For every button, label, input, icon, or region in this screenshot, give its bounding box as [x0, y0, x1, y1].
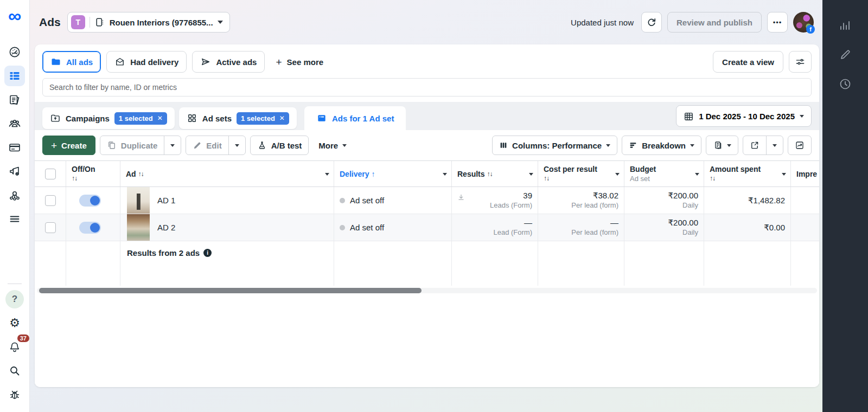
ad-thumbnail[interactable]: [127, 214, 150, 241]
column-header-results[interactable]: Results ↑↓: [452, 161, 538, 186]
tab-ad-sets[interactable]: Ad sets 1 selected ✕: [179, 107, 297, 129]
view-charts-button[interactable]: [788, 136, 812, 155]
download-icon[interactable]: [457, 194, 465, 201]
close-icon[interactable]: ✕: [157, 115, 163, 121]
row-toggle-cell: [66, 214, 120, 241]
sidebar-item-ads-reporting[interactable]: [4, 89, 25, 110]
chevron-down-icon: [235, 144, 239, 147]
adsets-selected-badge: 1 selected ✕: [237, 112, 289, 125]
ad-status-toggle[interactable]: [79, 195, 101, 207]
ad-thumbnail[interactable]: [127, 187, 150, 214]
column-header-ad[interactable]: Ad ↑↓: [120, 161, 334, 186]
row-checkbox[interactable]: [45, 195, 56, 206]
ad-status-toggle[interactable]: [79, 222, 101, 234]
scrollbar-thumb[interactable]: [39, 288, 422, 293]
chevron-down-icon[interactable]: [529, 173, 533, 176]
column-header-amount-spent[interactable]: Amount spent ↑↓: [704, 161, 791, 186]
search-nav-button[interactable]: [4, 360, 25, 381]
table-row: AD 1 Ad set off 39 Leads (Form): [35, 187, 819, 214]
close-icon[interactable]: ✕: [279, 115, 285, 121]
column-header-budget[interactable]: Budget Ad set: [624, 161, 704, 186]
column-header-impressions[interactable]: Impre: [791, 161, 819, 186]
date-range-selector[interactable]: 1 Dec 2025 - 10 Dec 2025: [676, 105, 812, 127]
select-all-checkbox[interactable]: [45, 169, 56, 179]
row-checkbox[interactable]: [45, 222, 56, 233]
column-header-cost-per-result[interactable]: Cost per result ↑↓: [538, 161, 624, 186]
rail-divider: [8, 284, 22, 284]
review-and-publish-button[interactable]: Review and publish: [667, 12, 762, 33]
horizontal-scrollbar[interactable]: [35, 286, 819, 295]
create-a-view-button[interactable]: Create a view: [713, 51, 783, 73]
column-header-off-on[interactable]: Off/On ↑↓: [66, 161, 120, 186]
refresh-button[interactable]: [641, 12, 662, 33]
chevron-down-icon[interactable]: [443, 173, 447, 176]
more-options-button[interactable]: •••: [767, 12, 788, 33]
more-actions-button[interactable]: More: [313, 141, 352, 150]
refresh-icon: [646, 17, 657, 28]
edit-dropdown-button[interactable]: [228, 136, 245, 154]
sidebar-item-campaigns[interactable]: [4, 66, 25, 86]
create-button[interactable]: + Create: [42, 136, 95, 155]
date-range-label: 1 Dec 2025 - 10 Dec 2025: [699, 112, 795, 121]
account-selector[interactable]: T Rouen Interiors (9776855...: [67, 12, 230, 33]
notifications-button[interactable]: 37: [4, 337, 25, 357]
history-panel-button[interactable]: [836, 75, 854, 93]
more-label: More: [318, 141, 338, 150]
cost-value: ₹38.02: [593, 190, 618, 201]
edit-panel-button[interactable]: [836, 46, 854, 64]
ad-name-link[interactable]: AD 2: [157, 223, 175, 232]
filter-chip-label: Active ads: [216, 57, 257, 67]
export-split-button: [743, 136, 783, 155]
reports-button[interactable]: [706, 136, 738, 155]
reports-icon: [8, 93, 21, 106]
sidebar-item-audiences[interactable]: [4, 113, 25, 134]
edit-split-button: Edit: [186, 136, 245, 155]
chevron-down-icon[interactable]: [325, 173, 329, 176]
gear-icon: ⚙: [9, 317, 20, 329]
settings-button[interactable]: ⚙: [4, 313, 25, 333]
export-button[interactable]: [743, 136, 766, 154]
duplicate-dropdown-button[interactable]: [164, 136, 181, 154]
insights-panel-button[interactable]: [836, 16, 854, 35]
duplicate-button[interactable]: Duplicate: [100, 136, 164, 154]
chevron-down-icon: [170, 144, 175, 147]
summary-empty-cell: [538, 241, 624, 286]
filter-chip-had-delivery[interactable]: Had delivery: [106, 51, 187, 73]
view-settings-button[interactable]: [789, 51, 812, 73]
filter-chip-active-ads[interactable]: Active ads: [192, 51, 265, 73]
user-avatar[interactable]: f: [793, 12, 814, 33]
edit-button[interactable]: Edit: [186, 136, 228, 154]
cost-type: Per lead (form): [571, 228, 618, 237]
reports-pages-icon: [713, 140, 723, 150]
tab-campaigns[interactable]: Campaigns 1 selected ✕: [42, 107, 175, 129]
tab-label: Ad sets: [202, 114, 232, 123]
ad-name-link[interactable]: AD 1: [157, 196, 175, 205]
chevron-down-icon[interactable]: [615, 173, 620, 176]
sidebar-item-advertising-settings[interactable]: [4, 161, 25, 182]
export-dropdown-button[interactable]: [766, 136, 783, 154]
columns-button[interactable]: Columns: Performance: [492, 136, 617, 155]
delivery-cell: Ad set off: [334, 214, 452, 241]
pencil-icon: [193, 141, 202, 150]
search-input[interactable]: [42, 78, 812, 96]
chevron-down-icon[interactable]: [782, 173, 786, 176]
column-header-delivery[interactable]: Delivery ↑: [334, 161, 452, 186]
updated-status: Updated just now: [571, 18, 634, 27]
info-icon[interactable]: i: [203, 249, 212, 257]
sidebar-item-billing[interactable]: [4, 137, 25, 158]
sidebar-item-account-overview[interactable]: [4, 42, 25, 62]
ab-test-button[interactable]: A/B test: [250, 136, 309, 155]
tab-ads-active[interactable]: Ads for 1 Ad set: [304, 106, 406, 130]
see-more-filters-button[interactable]: + See more: [270, 57, 329, 67]
breakdown-button[interactable]: Breakdown: [622, 136, 701, 155]
sidebar-item-all-tools[interactable]: [4, 209, 25, 229]
results-type: Leads (Form): [490, 201, 532, 210]
chevron-down-icon[interactable]: [695, 173, 699, 176]
help-button[interactable]: ?: [4, 289, 25, 310]
chart-trend-icon: [795, 140, 805, 150]
meta-logo-icon[interactable]: ∞: [8, 7, 21, 25]
report-bug-button[interactable]: [4, 384, 25, 405]
connected-assets-icon: [8, 189, 21, 202]
filter-chip-all-ads[interactable]: All ads: [42, 51, 101, 73]
sidebar-item-events-manager[interactable]: [4, 185, 25, 205]
